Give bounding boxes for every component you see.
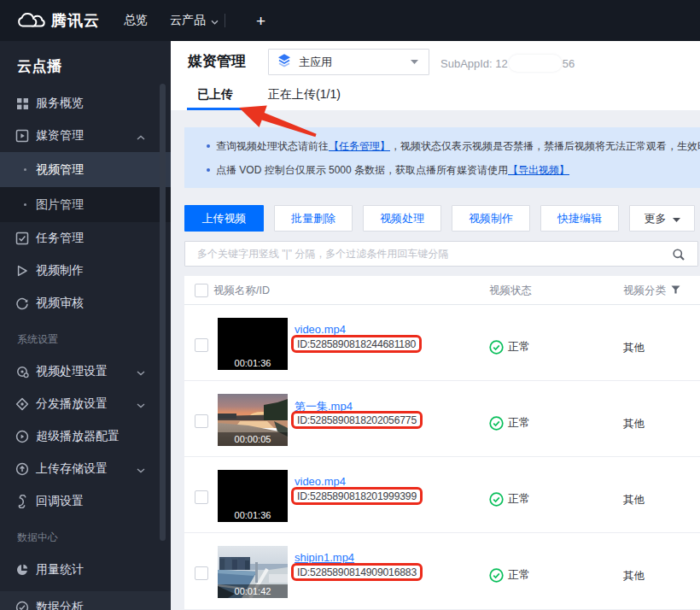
batch-delete-button[interactable]: 批量删除 bbox=[274, 205, 353, 232]
page-title: 媒资管理 bbox=[188, 51, 246, 71]
table-row: 00:01:36 video.mp4 ID:528589081820199939… bbox=[184, 457, 700, 533]
row-checkbox[interactable] bbox=[195, 566, 208, 580]
add-tab-button[interactable]: + bbox=[256, 13, 265, 29]
video-thumbnail[interactable]: 00:00:05 bbox=[218, 394, 288, 446]
sidebar-item-distribution-playback-settings[interactable]: 分发播放设置 bbox=[0, 388, 171, 420]
video-thumbnail[interactable]: 00:01:36 bbox=[218, 470, 288, 522]
play-icon bbox=[15, 264, 29, 278]
success-check-icon bbox=[489, 340, 504, 355]
upload-video-button[interactable]: 上传视频 bbox=[184, 205, 264, 232]
video-id: ID:5285890818201999399 bbox=[297, 490, 417, 502]
dropdown-caret-icon bbox=[411, 60, 418, 64]
page-header: 媒资管理 主应用 SubAppId: 12 56 bbox=[171, 41, 700, 79]
sidebar-item-callback-settings[interactable]: 回调设置 bbox=[0, 485, 171, 518]
sidebar: 云点播 服务概览 媒资管理 视频管理 图片管理 任务管理 bbox=[0, 41, 171, 610]
video-id-annotation-box: ID:5285890814909016883 bbox=[291, 563, 423, 581]
sidebar-item-video-production[interactable]: 视频制作 bbox=[0, 255, 171, 287]
tab-uploading[interactable]: 正在上传(1/1) bbox=[265, 79, 343, 110]
grid-icon bbox=[15, 97, 29, 110]
banner-line-2: 点播 VOD 控制台仅展示 5000 条数据，获取点播所有媒资请使用【导出视频】 bbox=[216, 158, 700, 182]
table-header: 视频名称/ID 视频状态 视频分类 bbox=[184, 276, 700, 305]
sidebar-title: 云点播 bbox=[0, 41, 171, 87]
video-process-button[interactable]: 视频处理 bbox=[363, 205, 441, 232]
bullet-dot-icon bbox=[207, 144, 210, 148]
sidebar-item-media-management[interactable]: 媒资管理 bbox=[0, 120, 171, 152]
chevron-up-icon bbox=[137, 128, 145, 144]
success-check-icon bbox=[489, 416, 504, 431]
video-id: ID:5285890818202056775 bbox=[297, 414, 417, 426]
table-row: 00:00:05 第一集.mp4 ID:5285890818202056775 … bbox=[184, 381, 700, 457]
video-name-link[interactable]: video.mp4 bbox=[295, 475, 346, 488]
video-category: 其他 bbox=[623, 493, 645, 507]
video-name-link[interactable]: video.mp4 bbox=[295, 323, 346, 336]
sidebar-item-image-management[interactable]: 图片管理 bbox=[0, 187, 171, 222]
sidebar-item-service-overview[interactable]: 服务概览 bbox=[0, 87, 171, 120]
brand-name: 腾讯云 bbox=[51, 10, 100, 31]
video-status: 正常 bbox=[489, 339, 530, 355]
callback-icon bbox=[15, 495, 29, 508]
banner-line-1: 查询视频处理状态请前往【任务管理】，视频状态仅表示视频是否禁播，禁播后视频将无法… bbox=[216, 134, 700, 158]
player-icon bbox=[15, 430, 29, 443]
video-id-annotation-box: ID:5285890818201999399 bbox=[291, 487, 423, 505]
app-stack-icon bbox=[277, 53, 292, 72]
topbar-divider bbox=[225, 14, 225, 27]
bullet-dot-icon bbox=[24, 168, 26, 171]
topbar: 腾讯云 总览 云产品 + bbox=[0, 0, 700, 41]
analysis-icon bbox=[15, 601, 29, 610]
redaction-blob bbox=[509, 55, 562, 72]
sidebar-section-data-center: 数据中心 bbox=[0, 518, 171, 554]
filter-icon[interactable] bbox=[671, 284, 680, 296]
sidebar-item-video-processing-settings[interactable]: 视频处理设置 bbox=[0, 355, 171, 388]
video-name-link[interactable]: shipin1.mp4 bbox=[295, 551, 354, 564]
search-icon[interactable] bbox=[672, 248, 685, 265]
content: 查询视频处理状态请前往【任务管理】，视频状态仅表示视频是否禁播，禁播后视频将无法… bbox=[171, 110, 700, 610]
topnav-overview[interactable]: 总览 bbox=[124, 13, 148, 28]
sidebar-item-upload-storage-settings[interactable]: 上传存储设置 bbox=[0, 453, 171, 485]
video-produce-button[interactable]: 视频制作 bbox=[452, 205, 530, 232]
video-id-annotation-box: ID:5285890818244681180 bbox=[291, 335, 422, 353]
sidebar-scrollbar[interactable] bbox=[160, 84, 166, 541]
video-status: 正常 bbox=[489, 491, 530, 507]
tab-uploaded[interactable]: 已上传 bbox=[187, 79, 243, 110]
column-category: 视频分类 bbox=[623, 276, 680, 305]
app-select-dropdown[interactable]: 主应用 bbox=[268, 49, 429, 75]
video-thumbnail[interactable]: 00:01:36 bbox=[218, 318, 288, 370]
tencent-cloud-logo-icon bbox=[16, 8, 47, 33]
sidebar-item-task-management[interactable]: 任务管理 bbox=[0, 222, 171, 255]
info-banner: 查询视频处理状态请前往【任务管理】，视频状态仅表示视频是否禁播，禁播后视频将无法… bbox=[184, 127, 700, 188]
more-button[interactable]: 更多 bbox=[629, 205, 695, 232]
bullet-dot-icon bbox=[207, 168, 210, 172]
sidebar-item-video-management[interactable]: 视频管理 bbox=[0, 152, 171, 187]
search-input[interactable] bbox=[185, 242, 672, 266]
select-all-checkbox[interactable] bbox=[195, 284, 208, 297]
video-category: 其他 bbox=[623, 341, 645, 355]
export-video-link[interactable]: 【导出视频】 bbox=[508, 164, 569, 176]
process-icon bbox=[15, 365, 29, 378]
search-box bbox=[184, 241, 698, 267]
brand[interactable]: 腾讯云 bbox=[16, 8, 100, 33]
column-status: 视频状态 bbox=[489, 276, 532, 305]
video-id: ID:5285890818244681180 bbox=[297, 338, 416, 350]
video-category: 其他 bbox=[623, 417, 645, 431]
quick-edit-button[interactable]: 快捷编辑 bbox=[540, 205, 619, 232]
storage-icon bbox=[15, 462, 29, 476]
topnav-products[interactable]: 云产品 bbox=[170, 13, 219, 28]
table-row: 00:01:36 video.mp4 ID:528589081824468118… bbox=[184, 305, 700, 381]
row-checkbox[interactable] bbox=[195, 414, 208, 428]
sidebar-item-usage-statistics[interactable]: 用量统计 bbox=[0, 554, 171, 586]
success-check-icon bbox=[489, 568, 504, 583]
video-thumbnail[interactable]: 00:01:42 bbox=[218, 546, 288, 598]
column-name-id: 视频名称/ID bbox=[213, 276, 270, 305]
row-checkbox[interactable] bbox=[195, 338, 208, 352]
media-submenu: 视频管理 图片管理 bbox=[0, 152, 171, 222]
sidebar-item-video-review[interactable]: 视频审核 bbox=[0, 287, 171, 320]
sidebar-item-data-analysis[interactable]: 数据分析 bbox=[0, 591, 171, 610]
row-checkbox[interactable] bbox=[195, 490, 208, 504]
sidebar-item-super-player-config[interactable]: 超级播放器配置 bbox=[0, 420, 171, 453]
distribute-icon bbox=[15, 397, 29, 411]
usage-icon bbox=[15, 563, 29, 577]
task-management-link[interactable]: 【任务管理】 bbox=[329, 140, 390, 152]
review-icon bbox=[15, 296, 29, 310]
media-icon bbox=[15, 129, 29, 143]
success-check-icon bbox=[489, 492, 504, 507]
